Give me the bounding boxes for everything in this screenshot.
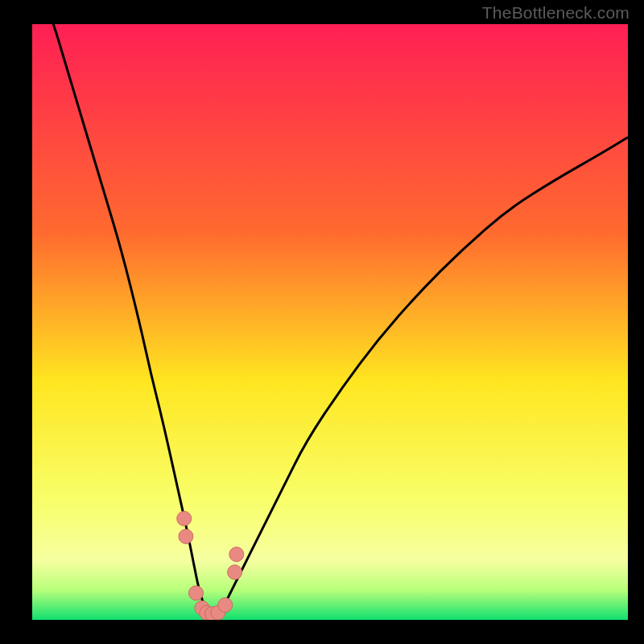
data-marker xyxy=(229,547,244,562)
data-marker xyxy=(189,586,204,601)
plot-area xyxy=(32,24,628,620)
data-marker xyxy=(177,511,192,526)
data-marker xyxy=(179,529,193,543)
data-marker xyxy=(228,565,242,580)
attribution-text: TheBottleneck.com xyxy=(482,3,630,23)
chart-frame: TheBottleneck.com xyxy=(0,0,644,644)
data-marker xyxy=(218,598,233,613)
bottleneck-curve xyxy=(32,24,628,620)
